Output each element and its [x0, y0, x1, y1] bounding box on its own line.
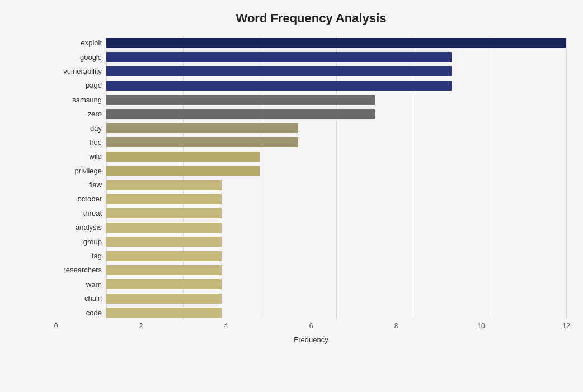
y-label-threat: threat — [56, 210, 102, 217]
y-label-tag: tag — [56, 252, 102, 259]
y-label-free: free — [56, 139, 102, 146]
x-tick-2: 2 — [139, 322, 143, 330]
bar-tag — [106, 251, 222, 261]
y-label-privilege: privilege — [56, 167, 102, 174]
y-label-samsung: samsung — [56, 96, 102, 103]
bar-row-privilege — [106, 164, 566, 177]
chart-area: exploitgooglevulnerabilitypagesamsungzer… — [56, 36, 566, 344]
bar-row-researchers — [106, 264, 566, 276]
bar-row-analysis — [106, 221, 566, 234]
x-axis: 024681012 Frequency — [56, 322, 566, 344]
bars-list — [106, 36, 566, 320]
bar-threat — [106, 208, 222, 218]
y-label-researchers: researchers — [56, 266, 102, 273]
bar-warn — [106, 279, 222, 289]
chart-container: Word Frequency Analysis exploitgooglevul… — [0, 0, 583, 392]
bar-analysis — [106, 223, 222, 233]
bar-privilege — [106, 166, 260, 176]
bar-row-day — [106, 122, 566, 134]
bar-row-samsung — [106, 93, 566, 106]
bar-wild — [106, 152, 260, 162]
bar-researchers — [106, 265, 222, 275]
bar-vulnerability — [106, 66, 452, 76]
y-label-exploit: exploit — [56, 39, 102, 46]
bar-row-warn — [106, 278, 566, 290]
x-tick-0: 0 — [54, 322, 58, 330]
bar-chain — [106, 294, 222, 304]
bar-row-google — [106, 51, 566, 63]
x-axis-label: Frequency — [56, 336, 566, 344]
bar-zero — [106, 109, 375, 119]
chart-title: Word Frequency Analysis — [0, 11, 566, 26]
x-tick-12: 12 — [562, 322, 570, 330]
y-label-code: code — [56, 309, 102, 317]
bar-row-threat — [106, 207, 566, 219]
bar-october — [106, 194, 222, 204]
grid-line-12 — [566, 36, 567, 320]
y-label-october: october — [56, 195, 102, 202]
bar-row-tag — [106, 250, 566, 262]
y-label-flaw: flaw — [56, 181, 102, 188]
bar-row-exploit — [106, 37, 566, 49]
bar-page — [106, 81, 452, 91]
y-label-google: google — [56, 54, 102, 61]
y-label-page: page — [56, 82, 102, 89]
bar-row-chain — [106, 292, 566, 305]
bar-day — [106, 123, 298, 133]
bar-row-page — [106, 79, 566, 92]
y-label-day: day — [56, 125, 102, 132]
y-labels: exploitgooglevulnerabilitypagesamsungzer… — [56, 36, 106, 320]
bar-row-code — [106, 306, 566, 319]
x-ticks: 024681012 — [56, 322, 566, 333]
x-tick-10: 10 — [477, 322, 485, 330]
bar-row-wild — [106, 150, 566, 163]
x-tick-6: 6 — [309, 322, 313, 330]
y-label-analysis: analysis — [56, 224, 102, 231]
y-label-group: group — [56, 238, 102, 245]
bar-samsung — [106, 95, 375, 105]
y-label-chain: chain — [56, 295, 102, 302]
bar-group — [106, 237, 222, 247]
y-label-zero: zero — [56, 110, 102, 117]
bar-code — [106, 308, 222, 318]
x-axis-wrapper: 024681012 Frequency — [56, 320, 566, 344]
bar-row-free — [106, 136, 566, 148]
bar-row-october — [106, 193, 566, 205]
bar-row-group — [106, 235, 566, 248]
bar-exploit — [106, 38, 566, 48]
y-label-wild: wild — [56, 153, 102, 160]
x-tick-8: 8 — [394, 322, 398, 330]
bar-flaw — [106, 180, 222, 190]
bars-section: exploitgooglevulnerabilitypagesamsungzer… — [56, 36, 566, 320]
bar-row-vulnerability — [106, 65, 566, 77]
y-label-warn: warn — [56, 281, 102, 288]
y-label-vulnerability: vulnerability — [56, 68, 102, 75]
bar-row-zero — [106, 108, 566, 120]
x-tick-4: 4 — [224, 322, 228, 330]
bar-row-flaw — [106, 179, 566, 191]
bar-free — [106, 137, 298, 147]
bars-and-grid — [106, 36, 566, 320]
bar-google — [106, 52, 452, 62]
